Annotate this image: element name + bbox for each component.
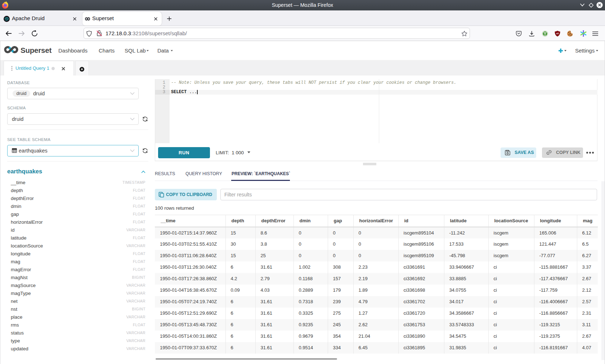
svg-text:uO: uO xyxy=(556,32,559,35)
